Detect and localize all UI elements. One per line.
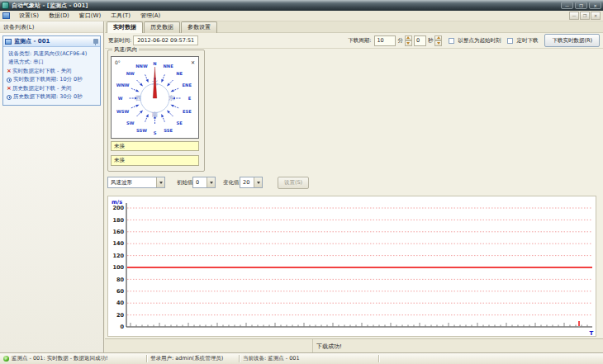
svg-text:E: E: [188, 96, 192, 101]
device-panel-title: 监测点 - 001: [14, 37, 93, 45]
device-info-line: ×实时数据定时下载 - 关闭: [6, 67, 98, 76]
svg-text:NW: NW: [126, 71, 135, 76]
align-start-label: 以整点为起始时刻: [458, 37, 501, 45]
svg-text:160: 160: [112, 229, 124, 235]
svg-text:100: 100: [112, 264, 124, 271]
mdi-close-button[interactable]: ✕: [591, 12, 601, 20]
svg-text:NNW: NNW: [135, 64, 148, 69]
svg-text:西: 西: [135, 95, 141, 102]
menu-items: 设置(S)数据(D)窗口(W)工具(T)管理(A): [14, 12, 165, 20]
device-info-line: 实时数据下载周期: 10分 0秒: [6, 76, 98, 85]
menu-item[interactable]: 窗口(W): [74, 12, 106, 19]
wind-groupbox-label: 风速/风向: [112, 46, 139, 54]
svg-text:WSW: WSW: [116, 109, 129, 114]
menu-item[interactable]: 管理(A): [135, 12, 165, 19]
tab-inactive[interactable]: 参数设置: [181, 21, 217, 33]
mdi-minimize-button[interactable]: —: [569, 12, 579, 20]
svg-text:东: 东: [168, 94, 174, 102]
toolbar: 更新时间: 2012-06-02 09:57:51 下载周期: 10 分 0 秒…: [105, 33, 603, 49]
update-time-value: 2012-06-02 09:57:51: [133, 35, 198, 45]
wind-compass: NNNENEENEEESESESSESSSWSWWSWWWNWNWNNW北南西东…: [111, 56, 199, 139]
current-device: 当前设备: 监测点 - 001: [243, 355, 300, 362]
spin-down-icon[interactable]: [434, 40, 442, 46]
close-button[interactable]: ✕: [589, 2, 601, 9]
login-user: 登录用户: admin(系统管理员): [150, 355, 223, 362]
change-value-select[interactable]: 20: [240, 177, 263, 188]
align-start-checkbox[interactable]: [449, 38, 454, 44]
svg-text:60: 60: [116, 288, 125, 295]
svg-text:0°: 0°: [115, 59, 121, 65]
svg-text:NE: NE: [176, 71, 183, 76]
svg-text:40: 40: [116, 300, 125, 306]
mdi-child-icon: [2, 12, 10, 19]
timed-download-label: 定时下载: [516, 37, 538, 45]
svg-text:SE: SE: [177, 121, 183, 125]
svg-text:S: S: [154, 130, 157, 135]
svg-text:80: 80: [116, 277, 125, 283]
svg-text:ENE: ENE: [183, 83, 192, 87]
status-device-section: 当前设备: 监测点 - 001: [240, 353, 378, 364]
settings-button[interactable]: 设置(S): [278, 177, 309, 189]
change-value-label: 变化值:: [223, 179, 241, 187]
waveform-select-value: 风速波形: [111, 179, 132, 186]
svg-text:N: N: [153, 61, 156, 66]
svg-text:T: T: [590, 330, 594, 336]
svg-text:南: 南: [151, 111, 158, 118]
minimize-button[interactable]: —: [561, 2, 573, 9]
waveform-select[interactable]: 风速波形: [107, 177, 165, 188]
spin-down-icon[interactable]: [405, 40, 412, 46]
mdi-restore-button[interactable]: ❐: [580, 12, 590, 20]
maximize-button[interactable]: ❐: [575, 2, 587, 9]
device-icon: [5, 39, 12, 45]
device-panel: 监测点 - 001 设备类型: 风速风向仪(ACF96-4)通讯方式: 串口×实…: [2, 35, 101, 106]
status-message: 监测点 - 001: 实时数据 - 数据返回成功!: [12, 355, 108, 362]
minutes-stepper[interactable]: [405, 35, 412, 46]
status-message-section: 监测点 - 001: 实时数据 - 数据返回成功!: [0, 353, 146, 364]
device-info-line: 通讯方式: 串口: [6, 59, 98, 68]
chart-controls-row: 风速波形 初始值: 0 变化值: 20 设置(S): [105, 177, 603, 190]
download-controls: 下载周期: 10 分 0 秒 以整点为起始时刻 定时下载 下载实时数据(R): [348, 34, 600, 47]
chevron-down-icon[interactable]: [254, 177, 262, 187]
wind-groupbox: 风速/风向 NNNENEENEEESESESSESSSWSWWSWWWNWNWN…: [107, 50, 205, 172]
svg-text:SW: SW: [126, 121, 135, 125]
mdi-window-buttons: — ❐ ✕: [568, 12, 601, 20]
menu-item[interactable]: 数据(D): [44, 12, 74, 19]
download-status-strip: 下载成功!: [105, 338, 603, 352]
success-icon: [3, 356, 9, 362]
status-user-section: 登录用户: admin(系统管理员): [147, 353, 239, 364]
wind-speed-chart: 020406080100120140160180200m/sT: [107, 196, 596, 337]
divider: [378, 355, 379, 362]
svg-text:NNE: NNE: [163, 64, 173, 69]
initial-value-select[interactable]: 0: [192, 177, 216, 188]
svg-text:SSE: SSE: [164, 128, 173, 133]
title-bar: 自动气象站 - [监测点 - 001] — ❐ ✕: [0, 0, 603, 11]
device-panel-header[interactable]: 监测点 - 001: [3, 36, 100, 47]
seconds-input[interactable]: 0: [414, 35, 426, 46]
wind-field-1: 未接: [111, 141, 199, 151]
seconds-stepper[interactable]: [434, 35, 442, 46]
svg-text:SSW: SSW: [136, 128, 147, 133]
minutes-unit-label: 分: [397, 37, 403, 45]
svg-text:180: 180: [112, 217, 124, 224]
device-info-list: 设备类型: 风速风向仪(ACF96-4)通讯方式: 串口×实时数据定时下载 - …: [3, 47, 100, 105]
menu-item[interactable]: 设置(S): [14, 12, 44, 19]
clock-icon: [7, 95, 12, 100]
download-status-text: 下载成功!: [316, 343, 342, 351]
clock-icon: [7, 78, 12, 83]
chevron-down-icon[interactable]: [207, 177, 215, 187]
update-time-label: 更新时间:: [108, 37, 131, 45]
tab-inactive[interactable]: 历史数据: [144, 21, 180, 33]
chevron-down-icon[interactable]: [156, 177, 164, 187]
device-info-text: 通讯方式: 串口: [8, 59, 44, 66]
tab-active[interactable]: 实时数据: [107, 21, 143, 33]
cross-icon: ×: [6, 68, 12, 74]
minutes-input[interactable]: 10: [374, 35, 396, 46]
svg-text:20: 20: [116, 312, 125, 319]
svg-text:✕: ✕: [191, 59, 195, 65]
download-realtime-button[interactable]: 下载实时数据(R): [544, 34, 600, 47]
menu-item[interactable]: 工具(T): [106, 12, 135, 19]
svg-text:WNW: WNW: [116, 83, 130, 87]
svg-text:m/s: m/s: [112, 199, 122, 206]
timed-download-checkbox[interactable]: [507, 38, 513, 44]
pin-icon[interactable]: [93, 39, 98, 44]
